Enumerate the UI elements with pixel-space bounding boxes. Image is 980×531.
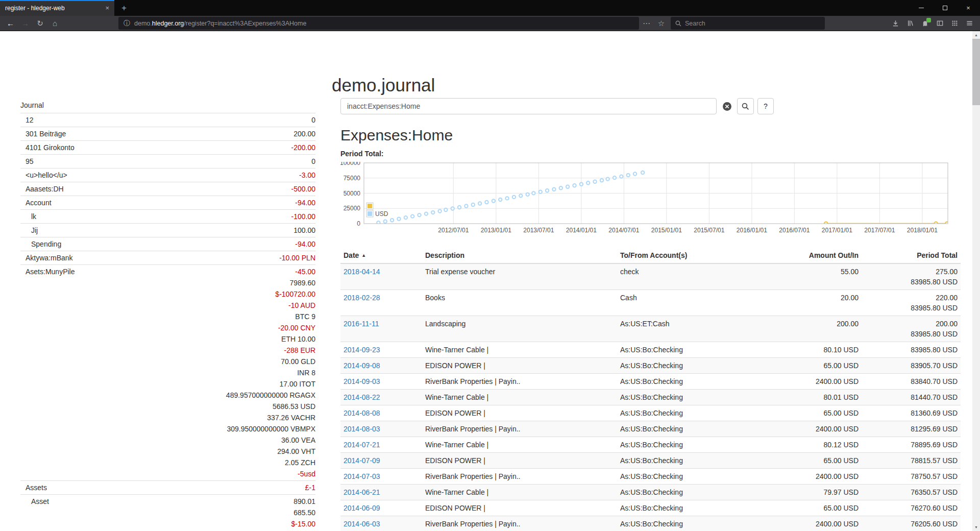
sidebar-account-row[interactable]: <u>hello</u>-3.00 [20, 168, 315, 182]
downloads-button[interactable] [888, 17, 903, 30]
account-link[interactable]: Assets [20, 482, 47, 493]
account-link[interactable]: 301 Beiträge [20, 128, 66, 139]
sidebar-account-row[interactable]: 301 Beiträge200.00 [20, 127, 315, 140]
account-link[interactable]: <u>hello</u> [20, 170, 67, 181]
sidebar-account-row[interactable]: 120 [20, 113, 315, 127]
account-link[interactable]: 4101 Girokonto [20, 142, 75, 153]
scroll-up-icon[interactable]: ▲ [972, 31, 980, 39]
extension-button[interactable] [918, 17, 933, 30]
transaction-date-link[interactable]: 2014-07-03 [344, 472, 380, 480]
svg-text:2018/01/01: 2018/01/01 [907, 227, 938, 234]
transaction-date-link[interactable]: 2014-08-22 [344, 393, 380, 401]
menu-button[interactable] [962, 17, 977, 30]
account-link[interactable]: Spending [20, 238, 61, 250]
sidebar-account-row[interactable]: Spending-94.00 [20, 237, 315, 251]
sidebar-account-row[interactable]: Aaasets:DH-500.00 [20, 182, 315, 196]
scroll-down-icon[interactable]: ▼ [972, 523, 980, 531]
bookmark-star-icon[interactable]: ☆ [654, 17, 669, 30]
register-row[interactable]: 2014-07-09EDISON POWER |As:US:Bo:Checkin… [340, 453, 961, 469]
transaction-date-link[interactable]: 2014-09-08 [344, 361, 380, 370]
search-help-button[interactable]: ? [757, 98, 774, 114]
register-row[interactable]: 2014-06-09EDISON POWER |As:US:Bo:Checkin… [340, 500, 961, 516]
account-balance: 0 [311, 156, 315, 167]
transaction-amount: 2400.00 USD [799, 421, 862, 437]
account-link[interactable]: Aaasets:DH [20, 183, 64, 195]
window-close-button[interactable]: × [957, 0, 980, 16]
transaction-date-link[interactable]: 2014-06-09 [344, 504, 380, 512]
register-row[interactable]: 2014-09-03RiverBank Properties | Payin..… [340, 374, 961, 390]
transaction-date-link[interactable]: 2018-02-28 [344, 294, 380, 302]
clear-search-button[interactable] [720, 98, 733, 114]
account-link[interactable]: Asset [20, 496, 49, 507]
transaction-date-link[interactable]: 2014-08-08 [344, 409, 380, 417]
period-total-cell: 78815.57 USD [862, 453, 961, 469]
sidebar-account-row[interactable]: lk-100.00 [20, 209, 315, 223]
sidebar-account-row[interactable]: 4101 Girokonto-200.00 [20, 140, 315, 154]
sidebar-account-row[interactable]: Aktywa:mBank-10.00 PLN [20, 251, 315, 264]
sidebar-journal-link[interactable]: Journal [20, 101, 44, 109]
account-link[interactable]: Asets:MunyPile [20, 266, 75, 277]
tab-close-icon[interactable]: × [105, 4, 109, 12]
account-link[interactable]: 12 [20, 114, 34, 126]
register-row[interactable]: 2014-09-23Wine-Tarner Cable |As:US:Bo:Ch… [340, 342, 961, 358]
sidebar-account-row[interactable]: Account-94.00 [20, 196, 315, 209]
register-row[interactable]: 2014-06-21Wine-Tarner Cable |As:US:Bo:Ch… [340, 485, 961, 500]
page-actions-icon[interactable]: ⋯ [639, 17, 654, 30]
transaction-date-link[interactable]: 2016-11-11 [344, 320, 379, 328]
transaction-date-link[interactable]: 2014-06-21 [344, 488, 380, 496]
back-button[interactable]: ← [3, 17, 18, 30]
sidebar-account-row[interactable]: Asset890.01685.50$-15.00-10 AUD [20, 494, 315, 531]
register-row[interactable]: 2018-04-14Trial expense vouchercheck55.0… [340, 263, 961, 290]
transaction-date-link[interactable]: 2014-09-23 [344, 346, 380, 354]
period-total-cell: 78750.57 USD [862, 469, 961, 485]
account-link[interactable]: Account [20, 197, 52, 208]
url-bar[interactable]: ⓘ demo.hledger.org/register?q=inacct%3AE… [118, 17, 639, 30]
column-header-amount[interactable]: Amount Out/In [799, 248, 862, 263]
register-row[interactable]: 2014-06-03RiverBank Properties | Payin..… [340, 516, 961, 531]
register-row[interactable]: 2014-08-03RiverBank Properties | Payin..… [340, 421, 961, 437]
library-button[interactable] [903, 17, 918, 30]
transaction-date-link[interactable]: 2014-07-09 [344, 456, 380, 465]
transaction-date-cell: 2014-09-08 [340, 358, 422, 374]
column-header-account[interactable]: To/From Account(s) [617, 248, 799, 263]
transaction-date-link[interactable]: 2014-06-03 [344, 520, 380, 528]
scrollbar-thumb[interactable] [972, 39, 980, 105]
sidebar-account-row[interactable]: 950 [20, 154, 315, 168]
register-row[interactable]: 2018-02-28BooksCash20.00220.0083985.80 U… [340, 290, 961, 316]
sidebar-account-row[interactable]: Asets:MunyPile-45.007989.60$-100720.00-1… [20, 264, 315, 480]
column-header-description[interactable]: Description [422, 248, 617, 263]
column-header-period-total[interactable]: Period Total [862, 248, 961, 263]
site-info-icon[interactable]: ⓘ [124, 19, 130, 28]
register-row[interactable]: 2014-07-03RiverBank Properties | Payin..… [340, 469, 961, 485]
svg-text:25000: 25000 [344, 205, 361, 212]
account-link[interactable]: Aktywa:mBank [20, 252, 73, 263]
sidebar-account-row[interactable]: Jij100.00 [20, 223, 315, 237]
transaction-date-link[interactable]: 2018-04-14 [344, 268, 380, 276]
browser-tab[interactable]: register - hledger-web × [0, 0, 114, 16]
forward-button[interactable]: → [18, 17, 33, 30]
register-row[interactable]: 2014-08-08EDISON POWER |As:US:Bo:Checkin… [340, 405, 961, 421]
register-row[interactable]: 2014-07-21Wine-Tarner Cable |As:US:Bo:Ch… [340, 437, 961, 453]
transaction-date-link[interactable]: 2014-07-21 [344, 441, 380, 449]
register-row[interactable]: 2016-11-11LandscapingAs:US:ET:Cash200.00… [340, 316, 961, 342]
window-maximize-button[interactable] [933, 0, 957, 16]
column-header-date[interactable]: Date▲ [340, 248, 422, 263]
reload-button[interactable]: ↻ [33, 17, 47, 30]
apps-grid-button[interactable] [947, 17, 962, 30]
home-button[interactable]: ⌂ [47, 17, 62, 30]
transaction-date-link[interactable]: 2014-09-03 [344, 377, 380, 385]
search-submit-button[interactable] [737, 98, 754, 114]
account-link[interactable]: lk [20, 211, 36, 222]
new-tab-button[interactable]: + [114, 0, 134, 16]
browser-search-bar[interactable]: Search [671, 17, 825, 30]
sidebar-toggle-button[interactable] [933, 17, 947, 30]
page-scrollbar[interactable]: ▲ ▼ [972, 31, 980, 531]
search-query-input[interactable] [340, 98, 717, 114]
sidebar-account-row[interactable]: Assets£-1 [20, 480, 315, 494]
account-link[interactable]: Jij [20, 225, 38, 236]
window-minimize-button[interactable] [910, 0, 933, 16]
register-row[interactable]: 2014-08-22Wine-Tarner Cable |As:US:Bo:Ch… [340, 390, 961, 405]
account-link[interactable]: 95 [20, 156, 34, 167]
transaction-date-link[interactable]: 2014-08-03 [344, 425, 380, 433]
register-row[interactable]: 2014-09-08EDISON POWER |As:US:Bo:Checkin… [340, 358, 961, 374]
